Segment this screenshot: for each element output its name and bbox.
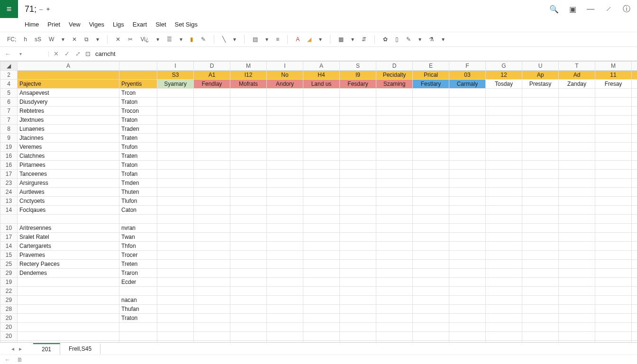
tab-prev-icon[interactable]: ◂ [11,346,14,352]
cell[interactable] [559,251,595,260]
cell[interactable] [632,89,637,98]
cell[interactable] [194,215,230,224]
cell[interactable] [559,332,595,341]
cell[interactable] [449,98,486,107]
tb-item[interactable]: ▦ [337,35,345,44]
cell[interactable] [559,260,595,269]
cell[interactable] [194,89,230,98]
cell[interactable] [119,341,157,343]
cell[interactable] [157,89,194,98]
cell[interactable]: Pryentis [119,80,157,89]
save-icon[interactable]: ▣ [569,5,576,14]
cell[interactable] [157,116,194,125]
cell[interactable] [267,323,303,332]
cell[interactable] [267,107,303,116]
cell[interactable] [303,278,340,287]
cell[interactable]: No [632,71,637,80]
cell[interactable] [413,224,449,233]
cell[interactable] [522,287,559,296]
cell[interactable]: Prical [413,71,449,80]
tb-item[interactable]: ✎ [405,35,412,44]
cell[interactable] [303,233,340,242]
cell[interactable]: Szaming [376,80,413,89]
cell[interactable] [376,98,413,107]
cell[interactable] [230,161,267,170]
cell[interactable] [559,269,595,278]
cell[interactable] [157,314,194,323]
cell[interactable] [632,242,637,251]
col-header[interactable]: A [303,62,340,71]
cell[interactable] [595,314,632,323]
cell[interactable] [413,278,449,287]
cell[interactable] [230,305,267,314]
cell[interactable] [267,116,303,125]
cell[interactable]: Traten [119,134,157,143]
col-header[interactable]: S [340,62,376,71]
cell[interactable] [18,305,119,314]
cell[interactable] [376,107,413,116]
cell[interactable] [267,170,303,179]
cell[interactable] [230,179,267,188]
cell[interactable] [522,206,559,215]
tb-item[interactable]: ☰ [165,35,173,44]
cell[interactable] [303,152,340,161]
cell[interactable] [522,161,559,170]
cell[interactable] [595,125,632,134]
cell[interactable] [18,287,119,296]
cell[interactable] [194,125,230,134]
cell[interactable] [522,224,559,233]
cell[interactable] [340,143,376,152]
cell[interactable] [194,242,230,251]
tb-item[interactable]: W [47,35,55,44]
cell[interactable] [18,296,119,305]
search-icon[interactable]: 🔍 [549,5,559,14]
cell[interactable]: Aurtlewes [18,188,119,197]
cell[interactable] [376,89,413,98]
cell[interactable] [376,323,413,332]
cell[interactable] [157,251,194,260]
cell[interactable] [303,107,340,116]
cell[interactable] [595,233,632,242]
cell[interactable] [157,197,194,206]
cell[interactable] [522,170,559,179]
cell[interactable]: Fendlay [194,80,230,89]
cell[interactable] [413,314,449,323]
cell[interactable]: H4 [303,71,340,80]
cell[interactable] [486,287,522,296]
cell[interactable] [449,215,486,224]
row-header[interactable]: 19 [0,278,18,287]
cell[interactable] [194,251,230,260]
cell[interactable] [449,224,486,233]
cell[interactable] [632,80,637,89]
row-header[interactable]: 22 [0,287,18,296]
cell[interactable] [595,296,632,305]
cell[interactable] [595,287,632,296]
cell[interactable] [413,116,449,125]
row-header[interactable]: 2 [0,71,18,80]
cell[interactable] [340,197,376,206]
cell[interactable] [340,188,376,197]
cell[interactable] [559,215,595,224]
cell[interactable] [303,296,340,305]
cell[interactable] [230,89,267,98]
cell[interactable] [340,287,376,296]
cell[interactable] [376,170,413,179]
cell[interactable] [522,188,559,197]
cell[interactable] [194,170,230,179]
cell[interactable] [595,323,632,332]
tb-item[interactable]: sS [33,35,43,44]
cell[interactable] [449,134,486,143]
cell[interactable] [595,134,632,143]
cell[interactable] [522,107,559,116]
cell[interactable] [303,98,340,107]
cell[interactable] [340,323,376,332]
row-header[interactable]: 14 [0,206,18,215]
cell[interactable]: Land us [303,80,340,89]
cell[interactable] [267,89,303,98]
cell[interactable]: Trcon [119,89,157,98]
cell[interactable]: Lunaenes [18,125,119,134]
tb-item[interactable]: ▾ [440,35,446,44]
cell[interactable]: Traden [119,125,157,134]
cell[interactable] [449,107,486,116]
cell[interactable] [194,98,230,107]
